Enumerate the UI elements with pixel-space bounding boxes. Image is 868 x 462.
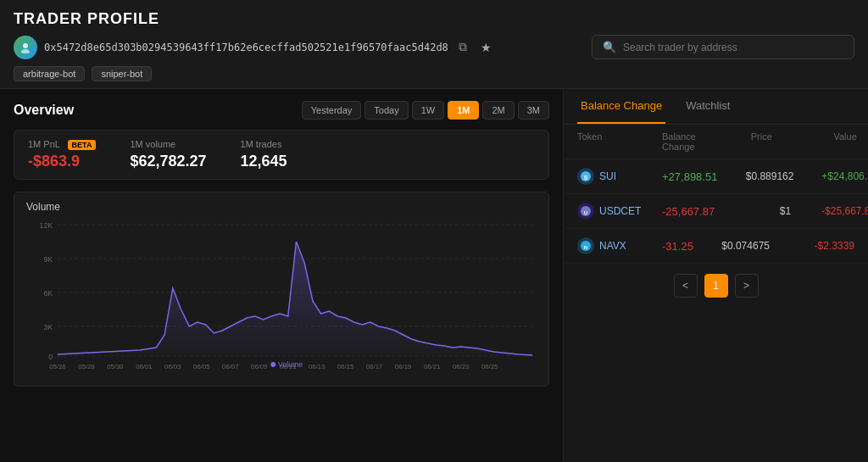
avatar xyxy=(14,36,37,59)
chart-container: 12K 9K 6K 3K 0 xyxy=(26,216,537,373)
col-balance-change: Balance Change xyxy=(662,131,696,152)
col-token: Token xyxy=(577,131,662,152)
pnl-value: -$863.9 xyxy=(28,153,96,170)
pagination-page-1-button[interactable]: 1 xyxy=(704,274,728,298)
svg-text:06/09: 06/09 xyxy=(251,363,267,370)
tags-row: arbitrage-bot sniper-bot xyxy=(14,66,854,81)
copy-address-button[interactable]: ⧉ xyxy=(455,38,470,56)
svg-text:12K: 12K xyxy=(40,221,53,230)
page-title: TRADER PROFILE xyxy=(14,10,854,28)
token-cell-sui: S SUI xyxy=(577,168,662,185)
time-btn-today[interactable]: Today xyxy=(364,101,408,120)
address-row: 0x5472d8e65d303b0294539643ff17b62e6cecff… xyxy=(14,36,495,59)
volume-label: 1M volume xyxy=(130,139,206,149)
svg-text:9K: 9K xyxy=(43,255,53,264)
svg-text:06/19: 06/19 xyxy=(395,363,411,370)
overview-title: Overview xyxy=(14,103,74,118)
header: TRADER PROFILE 0x5472d8e65d303b029453964… xyxy=(0,0,868,89)
trades-label: 1M trades xyxy=(241,139,287,149)
pnl-label: 1M PnL BETA xyxy=(28,139,96,149)
table-row: U USDCET -25,667.87 $1 -$25,667.87 xyxy=(564,194,868,229)
left-panel: Overview Yesterday Today 1W 1M 2M 3M 1M … xyxy=(0,89,563,462)
pagination-next-button[interactable]: > xyxy=(735,274,759,298)
svg-text:06/05: 06/05 xyxy=(193,363,210,370)
volume-stat: 1M volume $62,782.27 xyxy=(130,139,206,170)
balance-change-sui: +27,898.51 xyxy=(662,170,717,183)
price-navx: $0.074675 xyxy=(693,240,770,252)
svg-text:U: U xyxy=(584,210,587,215)
header-row: 0x5472d8e65d303b0294539643ff17b62e6cecff… xyxy=(14,35,854,59)
token-name-usdcet[interactable]: USDCET xyxy=(599,205,641,217)
token-icon-sui: S xyxy=(577,168,594,185)
svg-text:05/26: 05/26 xyxy=(49,363,66,370)
tag-sniper-bot[interactable]: sniper-bot xyxy=(92,66,152,81)
tab-row: Balance Change Watchlist xyxy=(564,89,868,125)
trades-stat: 1M trades 12,645 xyxy=(241,139,287,170)
value-usdcet: -$25,667.87 xyxy=(791,205,868,217)
col-value: Value xyxy=(772,131,857,152)
pnl-stat: 1M PnL BETA -$863.9 xyxy=(28,139,96,170)
tag-arbitrage-bot[interactable]: arbitrage-bot xyxy=(14,66,85,81)
token-icon-usdcet: U xyxy=(577,203,594,220)
volume-value: $62,782.27 xyxy=(130,153,206,170)
svg-text:06/03: 06/03 xyxy=(164,363,181,370)
main-content: Overview Yesterday Today 1W 1M 2M 3M 1M … xyxy=(0,89,868,462)
token-icon-navx: N xyxy=(577,237,594,254)
svg-text:06/23: 06/23 xyxy=(453,363,470,370)
time-btn-2m[interactable]: 2M xyxy=(482,101,514,120)
search-box: 🔍 xyxy=(592,35,854,59)
favorite-button[interactable]: ★ xyxy=(477,39,495,56)
value-navx: -$2.3339 xyxy=(770,240,854,252)
chart-title: Volume xyxy=(26,201,537,213)
svg-text:06/25: 06/25 xyxy=(481,363,498,370)
svg-text:N: N xyxy=(584,245,587,250)
token-name-navx[interactable]: NAVX xyxy=(599,240,626,252)
value-sui: +$24,806.31 xyxy=(793,170,868,182)
svg-text:06/15: 06/15 xyxy=(337,363,354,370)
volume-chart-section: Volume 12K 9K 6K 3K 0 xyxy=(14,192,549,387)
table-header: Token Balance Change Price Value xyxy=(564,125,868,159)
pagination: < 1 > xyxy=(564,264,868,308)
volume-chart-svg: 12K 9K 6K 3K 0 xyxy=(26,216,537,373)
token-cell-usdcet: U USDCET xyxy=(577,203,662,220)
svg-point-28 xyxy=(270,362,275,367)
svg-text:06/01: 06/01 xyxy=(136,363,152,370)
stats-row: 1M PnL BETA -$863.9 1M volume $62,782.27… xyxy=(14,130,549,180)
svg-text:06/21: 06/21 xyxy=(424,363,440,370)
pagination-prev-button[interactable]: < xyxy=(674,274,698,298)
search-input[interactable] xyxy=(623,42,843,53)
svg-text:06/07: 06/07 xyxy=(222,363,238,370)
tab-watchlist[interactable]: Watchlist xyxy=(682,89,733,124)
svg-point-0 xyxy=(23,43,28,48)
svg-text:05/30: 05/30 xyxy=(107,363,124,370)
svg-text:06/17: 06/17 xyxy=(366,363,382,370)
overview-header: Overview Yesterday Today 1W 1M 2M 3M xyxy=(14,101,549,120)
beta-badge: BETA xyxy=(68,140,97,150)
table-row: S SUI +27,898.51 $0.889162 +$24,806.31 xyxy=(564,159,868,194)
svg-text:S: S xyxy=(584,175,588,181)
token-name-sui[interactable]: SUI xyxy=(599,170,616,182)
price-sui: $0.889162 xyxy=(717,170,793,182)
col-price: Price xyxy=(696,131,772,152)
svg-text:0: 0 xyxy=(48,353,53,361)
token-cell-navx: N NAVX xyxy=(577,237,662,254)
svg-text:06/13: 06/13 xyxy=(309,363,326,370)
time-btn-1w[interactable]: 1W xyxy=(412,101,445,120)
svg-text:Volume: Volume xyxy=(278,360,303,369)
svg-text:05/28: 05/28 xyxy=(78,363,95,370)
time-btn-3m[interactable]: 3M xyxy=(518,101,549,120)
balance-change-navx: -31.25 xyxy=(662,240,693,253)
price-usdcet: $1 xyxy=(715,205,791,217)
table-row: N NAVX -31.25 $0.074675 -$2.3339 xyxy=(564,229,868,264)
svg-point-1 xyxy=(21,49,30,53)
search-icon: 🔍 xyxy=(603,41,616,53)
right-panel: Balance Change Watchlist Token Balance C… xyxy=(563,89,868,462)
time-btn-1m[interactable]: 1M xyxy=(448,101,479,120)
trades-value: 12,645 xyxy=(241,153,287,170)
trader-address: 0x5472d8e65d303b0294539643ff17b62e6cecff… xyxy=(44,42,448,53)
time-filter-group: Yesterday Today 1W 1M 2M 3M xyxy=(302,101,549,120)
time-btn-yesterday[interactable]: Yesterday xyxy=(302,101,362,120)
svg-text:3K: 3K xyxy=(43,323,53,331)
tab-balance-change[interactable]: Balance Change xyxy=(577,89,665,124)
balance-change-usdcet: -25,667.87 xyxy=(662,205,715,218)
